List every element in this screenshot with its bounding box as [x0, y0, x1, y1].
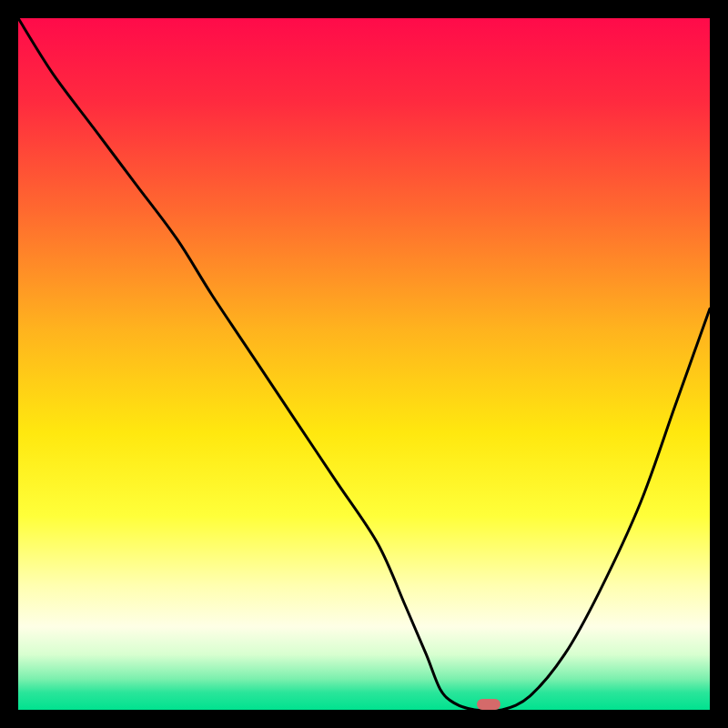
chart-frame: TheBottleneck.com — [18, 18, 710, 710]
bottleneck-curve — [18, 18, 710, 710]
optimal-point-marker — [477, 699, 500, 710]
